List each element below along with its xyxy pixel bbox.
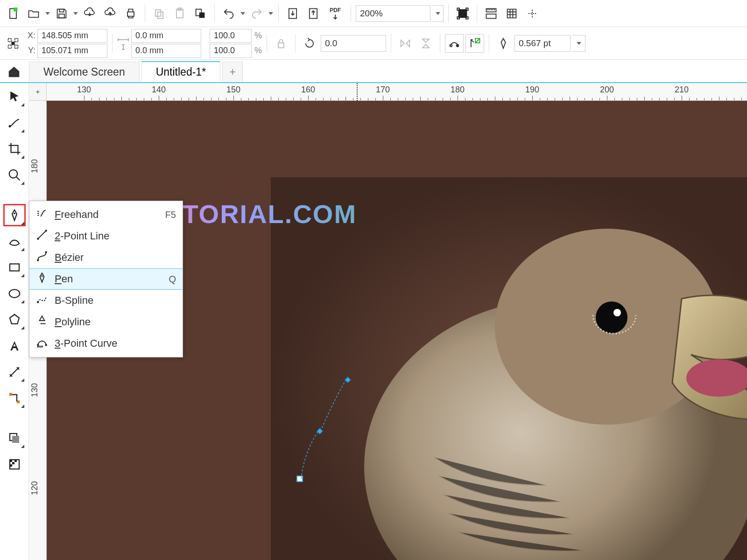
open-icon[interactable] [24,4,43,23]
export-icon[interactable] [304,4,323,23]
paste-icon[interactable] [170,4,189,23]
document-tabs: Welcome Screen Untitled-1* + [0,60,747,83]
svg-point-29 [9,170,17,178]
new-doc-icon[interactable] [4,4,22,23]
zoom-tool[interactable] [4,164,25,186]
bounding-box-icon[interactable] [465,34,484,53]
x-label: X: [24,31,37,41]
svg-rect-1 [59,9,63,12]
save-icon[interactable] [52,4,71,23]
open-dropdown[interactable] [45,12,50,15]
svg-rect-9 [199,12,205,18]
redo-dropdown[interactable] [268,12,274,15]
tab-welcome[interactable]: Welcome Screen [29,62,140,82]
outline-pen-icon[interactable] [494,34,513,53]
cloud-down-icon[interactable] [80,4,99,23]
home-tab-icon[interactable] [5,63,23,81]
pick-tool[interactable] [4,86,25,107]
w-field[interactable]: 0.0 mm [131,29,201,43]
redo-icon[interactable] [247,4,266,23]
connector-tool[interactable] [4,387,25,409]
ruler-tick-label: 190 [525,85,539,95]
outline-dropdown[interactable] [572,35,585,52]
zoom-field[interactable]: 200% [356,5,430,22]
svg-rect-2 [59,14,64,18]
svg-point-32 [9,289,20,298]
x-field[interactable]: 148.505 mm [37,29,107,43]
crop-tool[interactable] [4,138,25,160]
flyout-item-freehand[interactable]: FreehandF5 [29,204,183,225]
svg-point-52 [41,275,42,277]
lock-icon[interactable] [272,34,290,53]
more-icon[interactable] [523,4,542,23]
flyout-label: 3-Point Curve [55,337,169,350]
ruler-tick-label: 200 [600,85,614,95]
rotate-icon[interactable] [300,34,319,53]
flyout-item-curve3[interactable]: 3-Point Curve [29,333,183,354]
save-dropdown[interactable] [73,12,78,15]
import-icon[interactable] [283,4,302,23]
undo-icon[interactable] [219,4,238,23]
flyout-shortcut: F5 [165,210,176,220]
separator [112,34,113,53]
grid-icon[interactable] [502,4,521,23]
shape-tool[interactable] [4,112,25,133]
new-tab-button[interactable]: + [222,62,243,82]
auto-close-icon[interactable] [445,34,464,53]
ruler-tick-label: 130 [30,383,40,397]
mirror-v-icon[interactable] [416,34,435,53]
drop-shadow-tool[interactable] [4,427,25,449]
svg-rect-38 [12,462,14,464]
fullscreen-icon[interactable] [453,4,472,23]
print-icon[interactable] [121,4,140,23]
rulers-icon[interactable] [482,4,500,23]
publish-pdf-icon[interactable]: PDF [324,4,346,23]
svg-rect-20 [15,38,18,42]
tab-untitled[interactable]: Untitled-1* [141,61,220,82]
zoom-dropdown[interactable] [432,5,444,22]
artistic-media-tool[interactable] [4,231,25,252]
svg-rect-3 [127,12,134,16]
svg-point-28 [8,125,11,127]
transparency-tool[interactable] [4,454,25,475]
undo-dropdown[interactable] [240,12,246,15]
separator [351,4,351,23]
clipboard-icon[interactable] [191,4,210,23]
ellipse-tool[interactable] [4,283,25,304]
separator [440,34,440,53]
outline-width-field[interactable]: 0.567 pt [514,35,571,52]
polygon-tool[interactable] [4,309,25,330]
ruler-tick-label: 180 [451,85,465,95]
flyout-item-polyline[interactable]: Polyline [29,311,183,333]
ruler-origin-icon[interactable]: ✦ [29,83,47,101]
rectangle-tool[interactable] [4,257,25,278]
flyout-item-line2[interactable]: 2-Point Line [29,225,183,247]
rotation-field[interactable]: 0.0 [321,35,386,52]
flyout-item-bspline[interactable]: B-Spline [29,290,183,311]
object-position-icon[interactable] [4,34,22,53]
pen-tool[interactable] [4,204,25,226]
flyout-item-pen[interactable]: PenQ [29,268,183,290]
svg-rect-5 [158,12,163,18]
y-field[interactable]: 105.071 mm [37,44,107,58]
parallel-dimension-tool[interactable] [4,361,25,383]
svg-rect-56 [37,346,42,347]
text-tool[interactable] [4,335,25,357]
sy-field[interactable]: 100.0 [210,44,252,58]
svg-rect-18 [486,14,496,18]
svg-point-25 [450,44,452,47]
svg-rect-33 [9,393,12,396]
ruler-horizontal[interactable]: 130140150160170180190200210 [47,83,747,101]
mirror-h-icon[interactable] [396,34,415,53]
svg-point-55 [45,344,47,346]
svg-rect-19 [8,38,12,42]
flyout-label: B-Spline [55,294,169,307]
cloud-up-icon[interactable] [101,4,120,23]
flyout-item-bezier[interactable]: Bézier [29,247,183,268]
h-field[interactable]: 0.0 mm [131,44,201,58]
sx-field[interactable]: 100.0 [210,29,252,43]
svg-rect-24 [278,42,284,48]
path-node[interactable] [296,476,303,482]
copy-icon[interactable] [150,4,169,23]
flyout-label: Bézier [55,252,169,264]
